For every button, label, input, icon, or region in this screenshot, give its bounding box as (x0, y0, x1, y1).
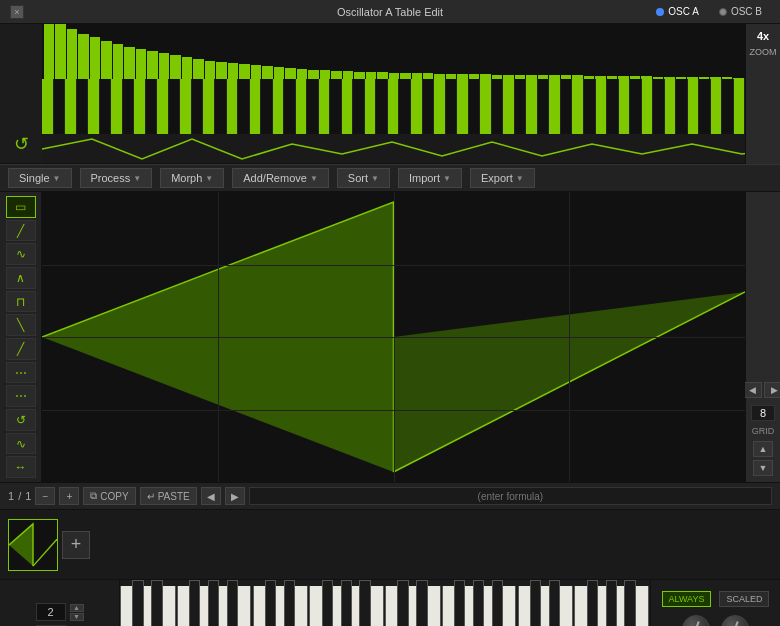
page-next-button[interactable]: + (59, 487, 79, 505)
black-key[interactable] (359, 580, 370, 626)
porta-knob[interactable] (682, 615, 710, 626)
piano-roll-cell (515, 79, 526, 134)
copy-button[interactable]: ⧉ COPY (83, 487, 135, 505)
black-key[interactable] (473, 580, 484, 626)
osc-b-label: OSC B (731, 6, 762, 17)
dropdown-arrow-icon: ▼ (516, 174, 524, 183)
tool-loop-button[interactable]: ↺ (6, 409, 36, 431)
tool-select-button[interactable]: ▭ (6, 196, 36, 218)
piano-roll-cell (353, 79, 364, 134)
toolbar-process-button[interactable]: Process▼ (80, 168, 153, 188)
black-key[interactable] (454, 580, 465, 626)
black-key[interactable] (151, 580, 162, 626)
piano-roll-cell (688, 79, 699, 134)
piano-roll-cell (100, 79, 111, 134)
black-key[interactable] (265, 580, 276, 626)
formula-input[interactable] (249, 487, 772, 505)
tool-slash1-button[interactable]: ╲ (6, 314, 36, 336)
right-arrow-button[interactable]: ▶ (764, 382, 780, 398)
window-title: Oscillator A Table Edit (337, 6, 443, 18)
bar-chart-bar (159, 53, 169, 79)
black-key[interactable] (606, 580, 617, 626)
kb-up-1[interactable]: ▲ (70, 604, 84, 612)
left-arrow-button[interactable]: ◀ (742, 382, 762, 398)
piano-roll-cell (538, 79, 549, 134)
black-key[interactable] (284, 580, 295, 626)
toolbar-import-button[interactable]: Import▼ (398, 168, 462, 188)
loop-icon[interactable]: ↺ (14, 133, 29, 155)
nav-arrow-group: ◀ ▶ (742, 382, 780, 398)
zoom-label: ZOOM (750, 47, 777, 57)
bar-chart-bar (228, 63, 238, 79)
add-waveform-button[interactable]: + (62, 531, 90, 559)
toolbar-single-button[interactable]: Single▼ (8, 168, 72, 188)
curve-knob[interactable] (721, 615, 749, 626)
black-key[interactable] (208, 580, 219, 626)
black-key[interactable] (624, 580, 635, 626)
wave-thumbnails-strip: + (0, 510, 780, 580)
tool-square-button[interactable]: ⊓ (6, 291, 36, 313)
up-arrow-button[interactable]: ▲ (753, 441, 773, 457)
black-key[interactable] (587, 580, 598, 626)
black-key[interactable] (189, 580, 200, 626)
black-key[interactable] (322, 580, 333, 626)
tool-wave2-button[interactable]: ∿ (6, 433, 36, 455)
piano-roll-cell (330, 79, 341, 134)
black-key[interactable] (397, 580, 408, 626)
right-controls: ◀ ▶ 8 GRID ▲ ▼ (745, 192, 780, 482)
bar-chart-bar (274, 67, 284, 79)
toolbar-morph-button[interactable]: Morph▼ (160, 168, 224, 188)
piano-roll-cell (203, 79, 214, 134)
black-key[interactable] (132, 580, 143, 626)
piano-roll-cell (676, 79, 687, 134)
bar-chart-bar (308, 70, 318, 79)
overview-canvas[interactable] (42, 24, 780, 163)
kb-down-1[interactable]: ▼ (70, 613, 84, 621)
black-key[interactable] (227, 580, 238, 626)
piano-roll-cell (457, 79, 468, 134)
bar-chart-bar (205, 61, 215, 79)
tool-draw-button[interactable]: ╱ (6, 220, 36, 242)
redo-button[interactable]: ▶ (225, 487, 245, 505)
toolbar-label: Process (91, 172, 131, 184)
paste-button[interactable]: ↵ PASTE (140, 487, 197, 505)
tool-slash2-button[interactable]: ╱ (6, 338, 36, 360)
page-prev-button[interactable]: − (35, 487, 55, 505)
black-key[interactable] (416, 580, 427, 626)
black-key[interactable] (341, 580, 352, 626)
undo-button[interactable]: ◀ (201, 487, 221, 505)
toolbar-sort-button[interactable]: Sort▼ (337, 168, 390, 188)
wave-thumbnail-1[interactable] (8, 519, 58, 571)
bar-chart-bar (182, 57, 192, 79)
toolbar-addremove-button[interactable]: Add/Remove▼ (232, 168, 329, 188)
tool-arrows-button[interactable]: ↔ (6, 456, 36, 478)
piano-roll-cell (630, 79, 641, 134)
wave-canvas[interactable] (42, 192, 745, 482)
black-key[interactable] (549, 580, 560, 626)
tool-sine-button[interactable]: ∿ (6, 243, 36, 265)
bar-chart-bar (78, 34, 88, 79)
piano-roll-cell (711, 79, 722, 134)
page-separator: / (18, 490, 21, 502)
piano-roll-cell (503, 79, 514, 134)
paste-icon: ↵ (147, 491, 155, 502)
piano-keyboard[interactable] (120, 580, 650, 626)
tool-dotted2-button[interactable]: ⋯ (6, 385, 36, 407)
close-button[interactable]: × (10, 5, 24, 19)
down-arrow-button[interactable]: ▼ (753, 460, 773, 476)
black-key[interactable] (530, 580, 541, 626)
bar-chart-bar (366, 72, 376, 79)
scaled-button[interactable]: SCALED (719, 591, 769, 607)
always-button[interactable]: ALWAYS (662, 591, 712, 607)
osc-a-tab[interactable]: OSC A (648, 4, 707, 19)
osc-b-tab[interactable]: OSC B (711, 4, 770, 19)
tool-triangle-button[interactable]: ∧ (6, 267, 36, 289)
toolbar: Single▼Process▼Morph▼Add/Remove▼Sort▼Imp… (0, 164, 780, 192)
piano-roll-cell (65, 79, 76, 134)
tool-dotted1-button[interactable]: ⋯ (6, 362, 36, 384)
close-icon: × (14, 7, 19, 17)
black-key[interactable] (492, 580, 503, 626)
keyboard-right-panel: ALWAYS SCALED PORTA CURVE (650, 580, 780, 626)
toolbar-export-button[interactable]: Export▼ (470, 168, 535, 188)
dropdown-arrow-icon: ▼ (310, 174, 318, 183)
